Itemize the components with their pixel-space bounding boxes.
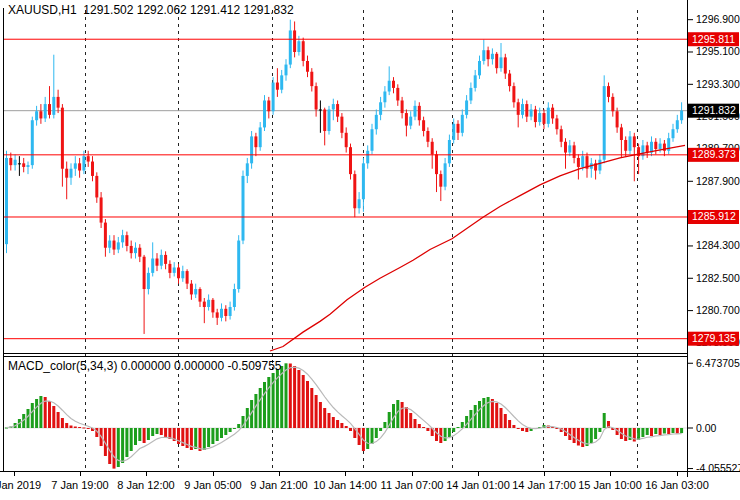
macd-bar <box>57 412 60 428</box>
macd-bar <box>113 428 116 469</box>
candle <box>44 104 47 118</box>
candle <box>57 97 60 108</box>
price-tick-label: 1284.300 <box>696 239 740 251</box>
time-tick-label: 9 Jan 21:00 <box>250 479 308 491</box>
candle <box>168 264 171 273</box>
candle <box>680 111 683 121</box>
candle <box>332 104 335 109</box>
candle <box>375 115 378 129</box>
candle <box>22 163 25 167</box>
macd-indicator-label: MACD_color(5,34,3) 0.000000 0.000000 -0.… <box>8 359 282 373</box>
candle <box>414 106 417 117</box>
candle <box>18 163 21 164</box>
chart-canvas[interactable]: 1296.9001295.1001293.3001291.5001289.700… <box>0 0 740 500</box>
candle <box>173 267 176 272</box>
candle <box>534 109 537 122</box>
macd-bar <box>482 398 485 428</box>
candle <box>336 104 339 117</box>
candle <box>495 54 498 68</box>
candle <box>525 104 528 117</box>
candle <box>547 108 550 124</box>
candle <box>237 241 240 289</box>
candle <box>293 30 296 52</box>
candle <box>603 86 606 160</box>
candle <box>676 120 679 129</box>
macd-bar <box>672 428 675 433</box>
macd-bar <box>422 427 425 428</box>
candle <box>560 129 563 142</box>
candle <box>672 129 675 138</box>
candle <box>61 108 64 169</box>
macd-bar <box>285 363 288 428</box>
candle <box>233 289 236 307</box>
macd-bar <box>134 428 137 445</box>
time-tick-label: 14 Jan 17:00 <box>512 479 576 491</box>
candle <box>530 109 533 116</box>
macd-bar <box>478 401 481 428</box>
macd-bar <box>319 402 322 428</box>
macd-bar <box>216 428 219 441</box>
macd-bar <box>65 423 68 428</box>
candle <box>160 255 163 266</box>
candle <box>564 142 567 153</box>
macd-bar <box>418 424 421 428</box>
macd-bar <box>371 428 374 444</box>
candle <box>431 142 434 155</box>
macd-bar <box>194 428 197 449</box>
macd-bar <box>52 406 55 428</box>
macd-bar <box>603 413 606 428</box>
candle <box>95 176 98 198</box>
candle <box>504 57 507 73</box>
time-tick-label: 14 Jan 01:00 <box>446 479 510 491</box>
candle <box>358 199 361 208</box>
macd-bar <box>624 428 627 441</box>
candle <box>422 120 425 131</box>
candle <box>620 127 623 140</box>
candle <box>65 169 68 178</box>
macd-bar <box>48 401 51 428</box>
price-badge-label: 1289.373 <box>692 148 736 160</box>
macd-bar <box>663 428 666 434</box>
candle <box>52 97 55 115</box>
macd-bar <box>125 428 128 457</box>
macd-bar <box>405 407 408 428</box>
macd-bar <box>366 428 369 449</box>
macd-bar <box>82 428 85 429</box>
candle <box>616 111 619 127</box>
candle <box>276 83 279 90</box>
candle <box>353 174 356 208</box>
candle <box>457 124 460 133</box>
candle <box>310 72 313 86</box>
macd-bar <box>160 428 163 435</box>
macd-bar <box>414 419 417 428</box>
candle <box>39 111 42 118</box>
macd-bar <box>229 428 232 432</box>
candle <box>35 111 38 120</box>
candle <box>108 241 111 248</box>
macd-bar <box>263 382 266 428</box>
candle <box>418 106 421 120</box>
candle <box>14 160 17 165</box>
candle <box>31 120 34 165</box>
candle <box>220 309 223 318</box>
macd-tick-label: 6.473705 <box>696 357 740 369</box>
candle <box>242 176 245 241</box>
candle <box>323 109 326 131</box>
candle <box>517 102 520 115</box>
macd-bar <box>457 427 460 428</box>
macd-bar <box>233 428 236 429</box>
candle <box>315 86 318 109</box>
candle <box>573 145 576 158</box>
macd-bar <box>517 428 520 429</box>
macd-bar <box>444 428 447 441</box>
candle <box>426 131 429 142</box>
main-plot-area[interactable] <box>3 0 687 352</box>
price-tick-label: 1293.300 <box>696 78 740 90</box>
macd-bar <box>121 428 124 463</box>
time-tick-label: 11 Jan 07:00 <box>381 479 444 491</box>
time-tick-label: 9 Jan 05:00 <box>184 479 242 491</box>
macd-bar <box>31 403 34 428</box>
candle <box>48 104 51 115</box>
candle <box>388 81 391 92</box>
candle <box>598 160 601 171</box>
